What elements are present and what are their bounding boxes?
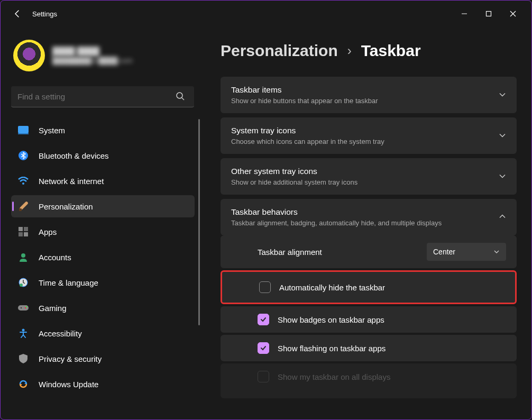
nav-label: Network & internet [39, 177, 104, 186]
maximize-button[interactable] [476, 5, 501, 22]
alignment-value: Center [433, 248, 455, 256]
chevron-down-icon [493, 249, 500, 255]
checkbox-flashing[interactable] [258, 342, 269, 354]
search-box[interactable] [11, 86, 197, 107]
panel-title: Taskbar items [231, 85, 506, 95]
nav-label: Personalization [39, 202, 93, 211]
nav-update[interactable]: Windows Update [11, 373, 195, 395]
nav-label: Windows Update [39, 380, 98, 389]
checkbox-auto-hide[interactable] [259, 281, 271, 293]
minimize-icon [461, 11, 467, 17]
bluetooth-icon [17, 150, 29, 161]
clock-icon [17, 277, 29, 288]
titlebar: Settings [1, 1, 531, 27]
sidebar-scrollbar[interactable] [198, 119, 200, 325]
nav-label: Gaming [39, 304, 67, 313]
row-badges[interactable]: Show badges on taskbar apps [221, 306, 517, 333]
svg-point-21 [22, 329, 25, 332]
wifi-icon [17, 175, 29, 187]
search-icon [176, 92, 185, 103]
nav-label: Time & language [39, 278, 98, 287]
content-area: Personalization › Taskbar Taskbar items … [201, 27, 531, 419]
svg-point-16 [20, 284, 23, 287]
svg-rect-5 [18, 133, 29, 134]
svg-rect-17 [18, 305, 29, 311]
nav-accounts[interactable]: Accounts [11, 246, 195, 268]
row-auto-hide[interactable]: Automatically hide the taskbar [221, 270, 517, 304]
flashing-label: Show flashing on taskbar apps [278, 344, 386, 353]
nav-network[interactable]: Network & internet [11, 170, 195, 192]
close-icon [510, 11, 516, 17]
svg-point-18 [21, 307, 22, 308]
panel-other-tray-icons[interactable]: Other system tray icons Show or hide add… [221, 158, 517, 195]
user-email: ████████@████.com [52, 57, 133, 65]
minimize-button[interactable] [452, 5, 476, 22]
nav-list: System Bluetooth & devices Network & int… [11, 119, 197, 395]
nav-privacy[interactable]: Privacy & security [11, 348, 195, 370]
breadcrumb: Personalization › Taskbar [221, 42, 517, 60]
nav-label: Accessibility [39, 329, 82, 338]
user-profile[interactable]: ████ ████ ████████@████.com [11, 38, 197, 74]
panel-desc: Show or hide additional system tray icon… [231, 178, 506, 186]
panel-desc: Choose which icons can appear in the sys… [231, 138, 506, 145]
breadcrumb-parent[interactable]: Personalization [221, 42, 338, 60]
nav-label: Apps [39, 227, 57, 236]
nav-bluetooth[interactable]: Bluetooth & devices [11, 144, 195, 167]
svg-point-7 [22, 182, 24, 185]
nav-time[interactable]: Time & language [11, 271, 195, 294]
shield-icon [17, 353, 29, 364]
badges-label: Show badges on taskbar apps [278, 315, 384, 324]
user-name: ████ ████ [52, 47, 133, 56]
svg-rect-8 [19, 208, 22, 211]
svg-rect-12 [24, 232, 28, 236]
nav-accessibility[interactable]: Accessibility [11, 322, 195, 344]
person-icon [17, 251, 29, 263]
update-icon [17, 378, 29, 390]
nav-personalization[interactable]: Personalization [11, 195, 195, 217]
apps-icon [17, 226, 29, 238]
svg-point-13 [21, 253, 25, 258]
chevron-down-icon [499, 90, 506, 99]
panel-desc: Show or hide buttons that appear on the … [231, 97, 506, 105]
nav-system[interactable]: System [11, 119, 195, 141]
panel-title: System tray icons [231, 126, 506, 135]
brush-icon [17, 200, 29, 212]
row-flashing[interactable]: Show flashing on taskbar apps [221, 335, 517, 361]
checkbox-badges[interactable] [258, 314, 269, 325]
breadcrumb-current: Taskbar [361, 42, 421, 60]
panel-desc: Taskbar alignment, badging, automaticall… [231, 219, 506, 227]
breadcrumb-separator: › [347, 43, 352, 58]
svg-rect-4 [18, 126, 29, 133]
svg-rect-11 [19, 232, 23, 236]
svg-rect-10 [24, 227, 28, 231]
nav-label: Accounts [39, 253, 71, 262]
svg-rect-9 [19, 227, 23, 231]
system-icon [17, 124, 29, 136]
checkbox-all-displays[interactable] [258, 371, 269, 382]
user-meta: ████ ████ ████████@████.com [52, 47, 133, 65]
nav-gaming[interactable]: Gaming [11, 297, 195, 319]
panel-title: Other system tray icons [231, 167, 506, 176]
nav-label: Privacy & security [39, 354, 102, 363]
alignment-select[interactable]: Center [427, 243, 506, 261]
nav-label: System [39, 126, 65, 135]
maximize-icon [485, 11, 492, 17]
panel-system-tray-icons[interactable]: System tray icons Choose which icons can… [221, 117, 517, 154]
nav-apps[interactable]: Apps [11, 221, 195, 243]
panel-taskbar-behaviors[interactable]: Taskbar behaviors Taskbar alignment, bad… [221, 199, 517, 235]
auto-hide-label: Automatically hide the taskbar [279, 283, 385, 292]
panel-taskbar-items[interactable]: Taskbar items Show or hide buttons that … [221, 77, 517, 113]
avatar [13, 40, 45, 71]
gamepad-icon [17, 302, 29, 314]
chevron-up-icon [499, 213, 506, 222]
row-all-displays[interactable]: Show my taskbar on all displays [221, 363, 517, 398]
back-arrow-icon [13, 10, 22, 18]
window-title: Settings [32, 10, 57, 18]
svg-point-2 [177, 93, 182, 98]
alignment-label: Taskbar alignment [258, 248, 322, 257]
svg-line-3 [182, 98, 184, 100]
accessibility-icon [17, 327, 29, 339]
search-input[interactable] [11, 86, 194, 107]
back-button[interactable] [7, 3, 28, 24]
close-button[interactable] [501, 5, 525, 22]
